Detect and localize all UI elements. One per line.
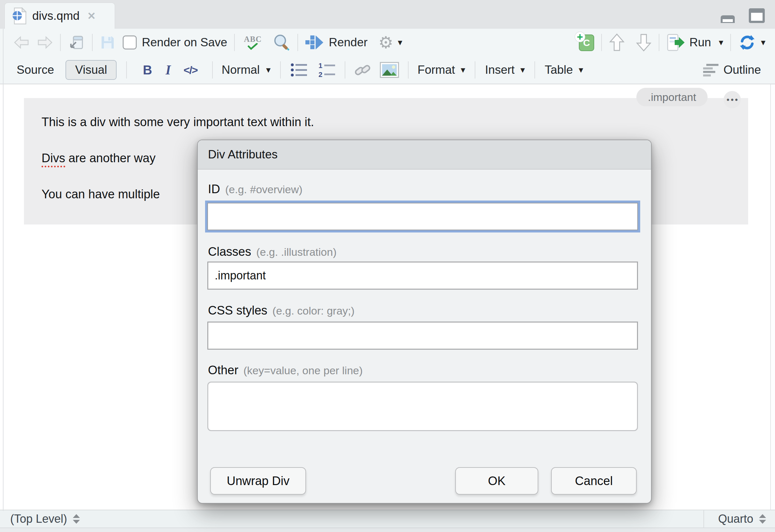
format-toolbar: Source Visual B I </> Normal ▾ 1 2 [0, 56, 775, 84]
ok-button[interactable]: OK [455, 467, 538, 495]
other-textarea[interactable] [207, 382, 638, 431]
render-label: Render [329, 36, 367, 49]
maximize-icon[interactable] [747, 7, 767, 24]
source-options-caret-icon[interactable]: ▾ [761, 38, 765, 47]
sorter-icon [72, 513, 80, 524]
div-attributes-dialog: Div Attributes ID(e.g. #overview) Classe… [197, 140, 652, 504]
paragraph-style-caret-icon[interactable]: ▾ [266, 65, 270, 74]
format-menu-caret-icon[interactable]: ▾ [461, 65, 465, 74]
run-options-caret-icon[interactable]: ▾ [719, 38, 723, 47]
id-field-label: ID(e.g. #overview) [208, 182, 302, 196]
code-button[interactable]: </> [184, 64, 197, 76]
divider [126, 61, 127, 79]
divider [730, 34, 731, 51]
document-type-selector[interactable]: Quarto [703, 510, 775, 528]
arrow-down-icon[interactable] [636, 33, 652, 52]
classes-input[interactable] [207, 262, 638, 290]
table-menu-caret-icon[interactable]: ▾ [579, 65, 583, 74]
render-button[interactable]: Render [305, 35, 367, 50]
link-icon[interactable] [353, 62, 371, 78]
numbered-list-icon[interactable]: 1 2 [318, 62, 336, 78]
unwrap-div-button[interactable]: Unwrap Div [210, 467, 306, 495]
divider [535, 61, 535, 79]
cancel-button[interactable]: Cancel [551, 467, 637, 495]
outline-toggle[interactable]: Outline [724, 63, 761, 77]
insert-chunk-icon[interactable]: C + [576, 33, 594, 52]
paragraph[interactable]: You can have multiple [42, 187, 160, 202]
quarto-file-icon [12, 7, 27, 25]
status-bar: (Top Level) Quarto [0, 510, 775, 528]
render-on-save-checkbox[interactable] [123, 35, 137, 49]
divider [280, 61, 281, 79]
forward-icon[interactable] [36, 35, 53, 50]
open-in-new-window-icon[interactable] [68, 34, 85, 51]
paragraph-style-dropdown[interactable]: Normal [222, 63, 260, 77]
paragraph[interactable]: Divs are another way [42, 151, 156, 166]
divider [297, 34, 298, 51]
div-class-badge: .important [636, 88, 708, 106]
render-icon [305, 35, 323, 50]
classes-field-label: Classes(e.g. .illustration) [208, 245, 336, 259]
other-field-label: Other(key=value, one per line) [208, 363, 362, 377]
run-icon [666, 33, 685, 52]
div-options-button[interactable]: ••• [724, 91, 741, 108]
rerun-source-icon[interactable] [738, 34, 756, 50]
tab-title: divs.qmd [32, 9, 80, 23]
tab-divs-qmd[interactable]: divs.qmd ✕ [4, 3, 115, 29]
divider [601, 34, 602, 51]
misspelled-word: Divs [42, 151, 65, 167]
chunk-plus-glyph: + [575, 32, 585, 42]
insert-menu-caret-icon[interactable]: ▾ [521, 65, 525, 74]
render-on-save-label: Render on Save [142, 36, 227, 49]
italic-button[interactable]: I [165, 62, 171, 78]
render-options-caret-icon[interactable]: ▾ [398, 38, 402, 47]
run-label: Run [689, 36, 711, 49]
arrow-up-icon[interactable] [609, 33, 625, 52]
bold-button[interactable]: B [143, 63, 152, 77]
divider [234, 34, 235, 51]
back-icon[interactable] [13, 35, 30, 50]
dialog-title-bar[interactable]: Div Attributes [198, 140, 651, 170]
insert-menu[interactable]: Insert [485, 63, 515, 77]
svg-text:2: 2 [318, 71, 322, 78]
id-input[interactable] [207, 203, 638, 230]
divider [475, 61, 475, 79]
svg-text:1: 1 [318, 62, 322, 70]
tab-close-icon[interactable]: ✕ [87, 11, 96, 21]
search-icon[interactable] [272, 34, 290, 51]
run-button[interactable]: Run [666, 33, 711, 52]
minimize-icon[interactable] [718, 10, 737, 24]
css-styles-input[interactable] [207, 322, 638, 350]
gear-icon[interactable]: ⚙ [378, 34, 394, 51]
pane-border [3, 29, 4, 511]
ellipsis-icon: ••• [726, 95, 739, 105]
outline-level-selector[interactable]: (Top Level) [0, 512, 80, 526]
table-menu[interactable]: Table [545, 63, 573, 77]
sorter-icon [758, 513, 767, 524]
source-mode-button[interactable]: Source [17, 63, 54, 77]
divider [212, 61, 213, 79]
paragraph[interactable]: This is a div with some very important t… [42, 115, 314, 130]
divider [60, 34, 61, 51]
dialog-title: Div Attributes [208, 148, 277, 161]
editor-toolbar: Render on Save ABC Render ⚙ ▾ C [0, 29, 775, 56]
tab-strip: divs.qmd ✕ [0, 0, 775, 29]
image-icon[interactable] [380, 62, 399, 78]
format-menu[interactable]: Format [418, 63, 455, 77]
spellcheck-icon[interactable]: ABC [244, 35, 262, 50]
visual-mode-button[interactable]: Visual [65, 60, 117, 80]
divider [408, 61, 409, 79]
save-icon[interactable] [100, 34, 116, 50]
divider [659, 34, 659, 51]
outline-icon [703, 63, 719, 77]
divider [345, 61, 345, 79]
css-styles-field-label: CSS styles(e.g. color: gray;) [208, 304, 354, 317]
bullet-list-icon[interactable] [290, 62, 308, 78]
vertical-scrollbar[interactable] [770, 84, 775, 511]
divider [92, 34, 93, 51]
